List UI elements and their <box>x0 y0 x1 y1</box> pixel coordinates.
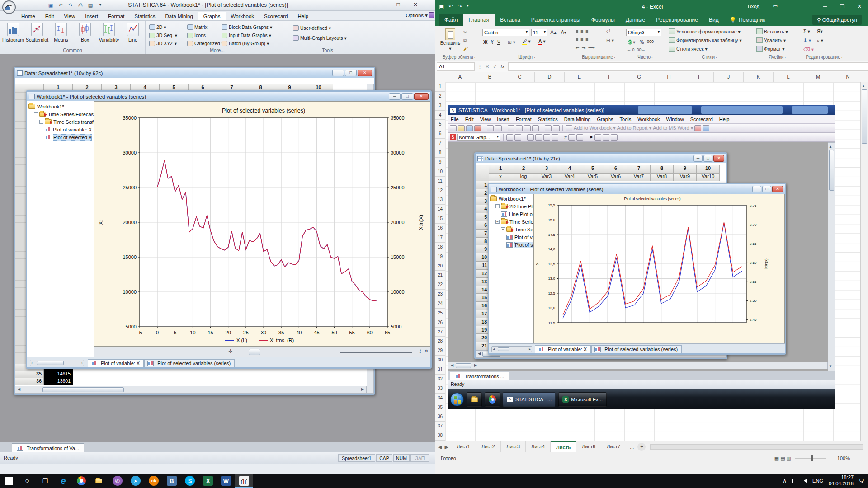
menu-data-mining[interactable]: Data Mining <box>564 117 591 122</box>
doc-tab-plot-of-variable-x[interactable]: Plot of variable: X <box>535 345 591 353</box>
scroll-thumb[interactable] <box>498 347 509 351</box>
scroll-right-icon[interactable]: ▸ <box>529 346 531 352</box>
pdf-icon[interactable] <box>474 125 481 131</box>
row-header-1[interactable]: 1 <box>435 82 445 92</box>
tree-item-plot-of-se[interactable]: Plot of se <box>490 241 533 249</box>
column-header-A[interactable]: A <box>445 72 475 82</box>
minimize-button[interactable]: ─ <box>332 70 344 76</box>
ribbon-item-categorized[interactable]: Categorized ▾ <box>187 40 224 47</box>
borders-icon[interactable]: ⊞ ▾ <box>508 39 515 45</box>
align-top-icon[interactable]: ≡ ≡ ≡ <box>576 28 589 34</box>
row-header-29[interactable]: 29 <box>435 346 445 356</box>
workbook-window[interactable]: Workbook1* - Plot of selected variables … <box>26 90 432 369</box>
row-header-32[interactable]: 32 <box>435 375 445 384</box>
select-icon[interactable] <box>527 134 534 141</box>
data-row-19[interactable]: 19 <box>476 326 489 334</box>
tree-item-plot-of-selected-v[interactable]: Plot of selected v <box>28 133 94 141</box>
sheet-scroll-left-icon[interactable]: ◀ <box>435 444 444 450</box>
row-header-36[interactable]: 36 <box>15 378 44 385</box>
zoom-sel-icon[interactable] <box>568 134 575 141</box>
doc-tab-plot-of-selected-variables-series-[interactable]: Plot of selected variables (series) <box>591 345 682 353</box>
namebox-splitter[interactable]: ⋮ <box>477 64 482 70</box>
wrap-text-icon[interactable]: ⏎ <box>606 28 610 34</box>
column-header-B[interactable]: B <box>475 72 505 82</box>
ribbon-item-icons[interactable]: Icons <box>187 32 206 38</box>
row-header-34[interactable]: 34 <box>435 394 445 403</box>
minimize-button[interactable]: ─ <box>816 0 834 14</box>
row-header-12[interactable]: 12 <box>435 186 445 196</box>
row-header-25[interactable]: 25 <box>435 309 445 318</box>
taskbar-chrome-icon[interactable] <box>72 474 90 488</box>
column-name-Var3[interactable]: Var3 <box>535 173 558 181</box>
preview-icon[interactable] <box>495 125 502 131</box>
menu-graphs[interactable]: Graphs <box>597 117 613 122</box>
pan-icon[interactable]: ✛ <box>228 348 232 354</box>
name-box[interactable]: A1 <box>437 62 475 71</box>
doc-tab-plot-of-variable-x[interactable]: Plot of variable: X <box>88 359 144 367</box>
scroll-thumb[interactable] <box>862 89 867 144</box>
taskbar-skype-icon[interactable]: S <box>181 474 199 488</box>
app-icon[interactable] <box>2 0 16 14</box>
style-button-0[interactable]: Условное форматирование ▾ <box>669 28 741 34</box>
find-icon[interactable] <box>566 125 572 131</box>
ribbon-button-scatterplot[interactable]: Scatterplot <box>25 23 49 42</box>
view-shortcuts[interactable]: ▦ ▤ ▥ <box>774 455 791 461</box>
sheet-tab-лист3[interactable]: Лист3 <box>501 441 526 452</box>
tab-statistics[interactable]: Statistics <box>129 12 160 20</box>
expander-icon[interactable]: − <box>39 120 43 124</box>
column-number-8[interactable]: 8 <box>651 165 674 173</box>
tab-файл[interactable]: Файл <box>439 14 463 26</box>
win7-excel-button[interactable]: XMicrosoft Ex... <box>558 392 607 407</box>
maximize-button[interactable]: ❐ <box>834 0 851 14</box>
taskbar-start-icon[interactable] <box>0 474 18 488</box>
new-icon[interactable] <box>450 125 457 131</box>
share-button[interactable]: ⚲ Общий доступ <box>812 15 862 25</box>
column-name-x[interactable]: x <box>489 173 512 181</box>
menu-insert[interactable]: Insert <box>497 117 509 122</box>
scroll-thumb[interactable] <box>456 363 471 368</box>
data-row-5[interactable]: 5 <box>476 213 489 221</box>
save-icon[interactable]: ▣ <box>47 2 54 8</box>
ribbon-button-histogram[interactable]: Histogram <box>1 23 25 42</box>
row-header-5[interactable]: 5 <box>435 120 445 129</box>
enter-icon[interactable]: ✓ <box>493 64 497 70</box>
key-icon[interactable]: ⚷ <box>419 348 422 353</box>
graph-layout-icon[interactable] <box>552 134 558 141</box>
collapse-icon[interactable]: ≎ <box>425 348 428 353</box>
ribbon-button-means[interactable]: Means <box>49 23 73 42</box>
format-painter-icon[interactable] <box>532 125 539 131</box>
language-indicator[interactable]: ENG <box>812 478 823 483</box>
fill-icon[interactable]: ⬇ ▾ <box>803 38 811 43</box>
menu-file[interactable]: File <box>451 117 459 122</box>
row-header-13[interactable]: 13 <box>435 195 445 205</box>
ribbon-item-3d-seq-[interactable]: 3D Seq. ▾ <box>149 32 177 38</box>
data-row-6[interactable]: 6 <box>476 221 489 230</box>
sheet-more[interactable]: ... <box>626 444 637 450</box>
column-name-Var7[interactable]: Var7 <box>627 173 651 181</box>
help-book-icon[interactable] <box>429 12 434 18</box>
clock[interactable]: 18:27 04.04.2016 <box>829 474 854 487</box>
tab-помощник[interactable]: 💡 Помощник <box>724 14 771 26</box>
bold-button[interactable]: Ж <box>483 39 488 45</box>
tab-рецензирование[interactable]: Рецензирование <box>651 14 703 26</box>
chrome-icon[interactable] <box>485 392 500 407</box>
menu-help[interactable]: Help <box>719 117 730 122</box>
data-row-3[interactable]: 3 <box>476 197 489 206</box>
percent-icon[interactable]: % <box>640 39 644 45</box>
clear-icon[interactable]: ⌫ ▾ <box>803 47 814 52</box>
taskbar-telegram-icon[interactable]: ➤ <box>127 474 145 488</box>
scroll-thumb[interactable] <box>829 150 834 191</box>
style-button-2[interactable]: Стили ячеек ▾ <box>669 46 708 52</box>
tree-item-time-series-forecasting[interactable]: −Time Series/Forecasting <box>28 110 94 118</box>
data-row-2[interactable]: 2 <box>476 189 489 197</box>
row-header-36[interactable]: 36 <box>435 412 445 422</box>
redo-icon[interactable]: ↷ <box>458 3 462 9</box>
tree-item-plot-of-va[interactable]: Plot of va <box>490 233 533 241</box>
zoom-out-icon[interactable] <box>514 134 521 141</box>
row-header-27[interactable]: 27 <box>435 328 445 337</box>
tab-view[interactable]: View <box>59 12 80 20</box>
cut-icon[interactable] <box>508 125 514 131</box>
column-header-E[interactable]: E <box>565 72 594 82</box>
row-header-9[interactable]: 9 <box>435 158 445 167</box>
graph-data-icon[interactable] <box>535 134 542 141</box>
